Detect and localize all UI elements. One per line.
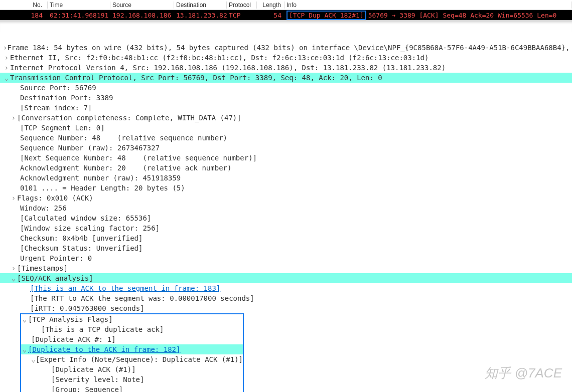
group[interactable]: [Group: Sequence] xyxy=(21,384,243,392)
col-time[interactable]: Time xyxy=(48,2,110,9)
severity[interactable]: [Severity level: Note] xyxy=(21,374,243,384)
src-port[interactable]: Source Port: 56769 xyxy=(0,83,572,93)
ethernet-line[interactable]: ›Ethernet II, Src: f2:f0:bc:48:b1:cc (f2… xyxy=(0,53,572,63)
chevron-right-icon[interactable]: › xyxy=(10,113,17,123)
cell-no: 184 xyxy=(0,12,48,19)
chevron-right-icon[interactable]: › xyxy=(10,193,17,203)
chevron-right-icon[interactable]: › xyxy=(3,53,10,63)
next-seq[interactable]: [Next Sequence Number: 48 (relative sequ… xyxy=(0,153,572,163)
cell-info: [TCP Dup ACK 182#1] 56769 → 3389 [ACK] S… xyxy=(284,11,572,20)
ack-to-frame[interactable]: [This is an ACK to the segment in frame:… xyxy=(0,283,572,293)
calc-win[interactable]: [Calculated window size: 65536] xyxy=(0,213,572,223)
stream-index[interactable]: [Stream index: 7] xyxy=(0,103,572,113)
ack-raw[interactable]: Acknowledgment number (raw): 451918359 xyxy=(0,173,572,183)
chevron-down-icon[interactable]: ⌄ xyxy=(31,354,36,364)
chevron-right-icon[interactable]: › xyxy=(3,43,7,53)
col-info[interactable]: Info xyxy=(284,2,572,9)
seq-ack-analysis[interactable]: ⌄[SEQ/ACK analysis] xyxy=(0,273,572,283)
tcp-analysis-flags[interactable]: ⌄[TCP Analysis Flags] xyxy=(21,314,243,324)
chevron-down-icon[interactable]: ⌄ xyxy=(21,344,28,354)
ip-line[interactable]: ›Internet Protocol Version 4, Src: 192.1… xyxy=(0,63,572,73)
ack-num[interactable]: Acknowledgment Number: 20 (relative ack … xyxy=(0,163,572,173)
irtt[interactable]: [iRTT: 0.045763000 seconds] xyxy=(0,303,572,313)
cell-length: 54 xyxy=(257,12,284,19)
packet-list-header: No. Time Source Destination Protocol Len… xyxy=(0,0,572,10)
packet-row-184[interactable]: 184 02:31:41.968191 192.168.108.186 13.1… xyxy=(0,10,572,20)
hdr-len[interactable]: 0101 .... = Header Length: 20 bytes (5) xyxy=(0,183,572,193)
seq-raw[interactable]: Sequence Number (raw): 2673467327 xyxy=(0,143,572,153)
cell-source: 192.168.108.186 xyxy=(110,12,174,19)
seq-num[interactable]: Sequence Number: 48 (relative sequence n… xyxy=(0,133,572,143)
chevron-down-icon[interactable]: ⌄ xyxy=(3,73,10,83)
frame-line[interactable]: ›Frame 184: 54 bytes on wire (432 bits),… xyxy=(0,43,572,53)
timestamps[interactable]: ›[Timestamps] xyxy=(0,263,572,273)
checksum[interactable]: Checksum: 0x4b4b [unverified] xyxy=(0,233,572,243)
chevron-down-icon[interactable]: ⌄ xyxy=(10,273,17,283)
col-no[interactable]: No. xyxy=(0,2,48,9)
win-scale[interactable]: [Window size scaling factor: 256] xyxy=(0,223,572,233)
dup-ack-1[interactable]: [Duplicate ACK (#1)] xyxy=(21,364,243,374)
tcp-analysis-box: ⌄[TCP Analysis Flags] [This is a TCP dup… xyxy=(20,313,244,392)
seg-len[interactable]: [TCP Segment Len: 0] xyxy=(0,123,572,133)
dup-ack-num[interactable]: [Duplicate ACK #: 1] xyxy=(21,334,243,344)
expert-info[interactable]: ⌄[Expert Info (Note/Sequence): Duplicate… xyxy=(21,354,243,364)
cell-time: 02:31:41.968191 xyxy=(48,12,110,19)
chevron-right-icon[interactable]: › xyxy=(10,263,17,273)
dup-ack-highlight: [TCP Dup ACK 182#1] xyxy=(287,11,366,20)
cell-destination: 13.181.233.82 xyxy=(174,12,227,19)
dup-to-frame[interactable]: ⌄[Duplicate to the ACK in frame: 182] xyxy=(21,344,243,354)
flags[interactable]: ›Flags: 0x010 (ACK) xyxy=(0,193,572,203)
col-source[interactable]: Source xyxy=(110,2,174,9)
cell-protocol: TCP xyxy=(227,12,257,19)
dst-port[interactable]: Destination Port: 3389 xyxy=(0,93,572,103)
urgent-pointer[interactable]: Urgent Pointer: 0 xyxy=(0,253,572,263)
tcp-line[interactable]: ⌄Transmission Control Protocol, Src Port… xyxy=(0,73,572,83)
checksum-status[interactable]: [Checksum Status: Unverified] xyxy=(0,243,572,253)
completeness[interactable]: ›[Conversation completeness: Complete, W… xyxy=(0,113,572,123)
chevron-down-icon[interactable]: ⌄ xyxy=(21,314,28,324)
window[interactable]: Window: 256 xyxy=(0,203,572,213)
info-rest: 56769 → 3389 [ACK] Seq=48 Ack=20 Win=655… xyxy=(368,12,557,19)
col-destination[interactable]: Destination xyxy=(174,2,227,9)
col-length[interactable]: Length xyxy=(257,2,284,9)
rtt[interactable]: [The RTT to ACK the segment was: 0.00001… xyxy=(0,293,572,303)
chevron-right-icon[interactable]: › xyxy=(3,63,10,73)
col-protocol[interactable]: Protocol xyxy=(227,2,257,9)
dup-ack-msg[interactable]: [This is a TCP duplicate ack] xyxy=(21,324,243,334)
packet-detail-pane[interactable]: ›Frame 184: 54 bytes on wire (432 bits),… xyxy=(0,43,572,392)
